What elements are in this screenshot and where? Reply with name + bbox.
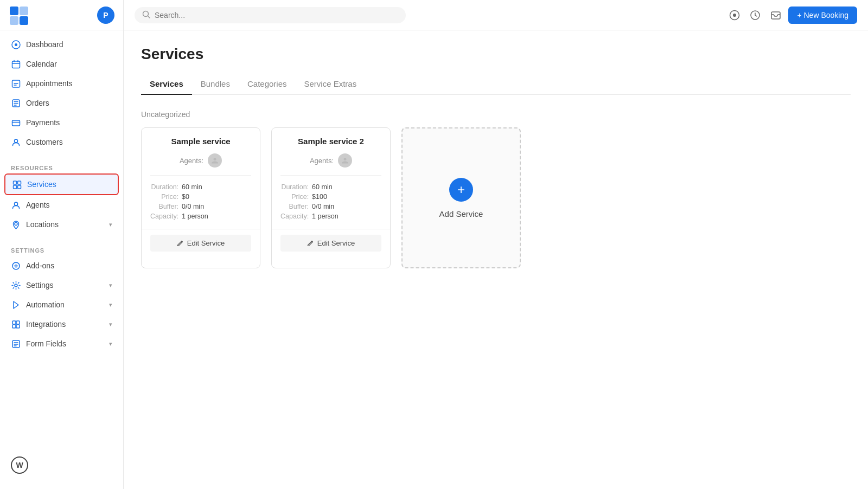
- main-nav: Dashboard Calendar Appointments Orders P…: [0, 30, 123, 156]
- settings-icon: [11, 280, 21, 290]
- app-logo: [9, 5, 28, 25]
- service-name: Sample service 2: [280, 137, 381, 146]
- detail-value: 60 min: [312, 183, 381, 191]
- svg-rect-20: [12, 321, 16, 324]
- detail-value: 1 person: [312, 213, 381, 220]
- sidebar-item-label: Calendar: [26, 60, 112, 68]
- customers-icon: [11, 137, 21, 147]
- sidebar-item-label: Appointments: [26, 79, 112, 88]
- svg-point-5: [15, 43, 17, 46]
- detail-label: Capacity:: [150, 213, 178, 220]
- topbar: + New Booking: [124, 0, 868, 30]
- agents-label: Agents:: [310, 157, 334, 165]
- chevron-down-icon: ▾: [109, 340, 112, 348]
- svg-point-25: [143, 11, 149, 16]
- services-grid: Sample service Agents: Duration: 60 min …: [141, 127, 851, 268]
- search-input[interactable]: [155, 11, 398, 20]
- svg-rect-12: [17, 181, 21, 184]
- tab-service-extras[interactable]: Service Extras: [296, 74, 366, 95]
- sidebar-item-label: Automation: [26, 300, 104, 309]
- formfields-icon: [11, 339, 21, 349]
- agents-row: Agents:: [150, 153, 251, 176]
- svg-rect-14: [17, 185, 21, 189]
- svg-rect-29: [771, 12, 780, 19]
- add-service-card[interactable]: + Add Service: [401, 127, 521, 268]
- chevron-down-icon: ▾: [109, 282, 112, 289]
- service-card-body: Sample service Agents: Duration: 60 min …: [142, 128, 260, 229]
- main-area: + New Booking Services Services Bundles …: [124, 0, 868, 489]
- edit-service-button[interactable]: Edit Service: [150, 235, 251, 252]
- sidebar-item-settings[interactable]: Settings ▾: [0, 275, 123, 295]
- service-card: Sample service Agents: Duration: 60 min …: [141, 127, 260, 268]
- detail-value: $0: [182, 193, 251, 201]
- sidebar-item-locations[interactable]: Locations ▾: [0, 215, 123, 234]
- chevron-down-icon: ▾: [109, 221, 112, 228]
- svg-rect-0: [10, 7, 18, 15]
- svg-point-31: [344, 158, 347, 160]
- sidebar-item-dashboard[interactable]: Dashboard: [0, 35, 123, 54]
- sidebar-item-addons[interactable]: Add-ons: [0, 256, 123, 275]
- sidebar-item-services[interactable]: Services: [4, 173, 119, 195]
- tab-services[interactable]: Services: [141, 74, 192, 95]
- notifications-icon[interactable]: [729, 9, 741, 21]
- sidebar-item-customers[interactable]: Customers: [0, 132, 123, 152]
- dashboard-icon: [11, 40, 21, 49]
- sidebar-item-label: Add-ons: [26, 261, 112, 270]
- sidebar-item-label: Orders: [26, 99, 112, 107]
- agent-avatar: [338, 153, 352, 168]
- svg-point-30: [214, 158, 216, 160]
- resources-label: Resources: [0, 160, 123, 173]
- sidebar-item-appointments[interactable]: Appointments: [0, 74, 123, 93]
- sidebar-item-label: Locations: [26, 220, 104, 229]
- edit-icon: [307, 240, 314, 247]
- sidebar-item-label: Form Fields: [26, 339, 104, 348]
- detail-value: 0/0 min: [312, 203, 381, 210]
- chevron-down-icon: ▾: [109, 301, 112, 308]
- svg-marker-19: [14, 301, 18, 308]
- sidebar-item-payments[interactable]: Payments: [0, 113, 123, 132]
- detail-label: Duration:: [150, 183, 178, 191]
- history-icon[interactable]: [749, 9, 761, 21]
- svg-rect-1: [20, 7, 28, 15]
- sidebar-item-agents[interactable]: Agents: [0, 195, 123, 215]
- sidebar-item-label: Services: [27, 180, 111, 189]
- sidebar-item-calendar[interactable]: Calendar: [0, 54, 123, 74]
- sidebar-item-label: Settings: [26, 281, 104, 289]
- detail-value: $100: [312, 193, 381, 201]
- addons-icon: [11, 261, 21, 271]
- agents-icon: [11, 200, 21, 210]
- svg-point-15: [14, 202, 17, 205]
- add-circle: +: [449, 178, 473, 202]
- wordpress-icon[interactable]: W: [11, 456, 28, 474]
- services-icon: [12, 179, 22, 189]
- new-booking-button[interactable]: + New Booking: [788, 7, 857, 24]
- svg-point-16: [15, 222, 17, 225]
- sidebar-item-automation[interactable]: Automation ▾: [0, 295, 123, 314]
- sidebar-item-formfields[interactable]: Form Fields ▾: [0, 334, 123, 353]
- search-icon: [142, 10, 150, 20]
- sidebar-item-orders[interactable]: Orders: [0, 93, 123, 113]
- category-label: Uncategorized: [141, 110, 851, 119]
- detail-label: Buffer:: [280, 203, 309, 210]
- svg-rect-13: [13, 185, 16, 189]
- settings-label: Settings: [0, 243, 123, 256]
- inbox-icon[interactable]: [770, 9, 782, 21]
- detail-value: 60 min: [182, 183, 251, 191]
- agents-label: Agents:: [180, 157, 203, 165]
- sidebar: P Dashboard Calendar Appointments Order: [0, 0, 124, 489]
- agent-avatar: [208, 153, 222, 168]
- automation-icon: [11, 300, 21, 310]
- page-title: Services: [141, 46, 851, 63]
- svg-point-18: [15, 284, 17, 287]
- edit-service-button[interactable]: Edit Service: [280, 235, 381, 252]
- svg-rect-2: [10, 16, 18, 25]
- sidebar-item-integrations[interactable]: Integrations ▾: [0, 314, 123, 334]
- calendar-icon: [11, 59, 21, 69]
- tab-bundles[interactable]: Bundles: [192, 74, 239, 95]
- search-bar[interactable]: [135, 7, 406, 23]
- user-avatar[interactable]: P: [97, 7, 114, 24]
- svg-point-10: [14, 139, 17, 143]
- svg-rect-11: [13, 181, 16, 184]
- tab-categories[interactable]: Categories: [239, 74, 296, 95]
- tabs-bar: Services Bundles Categories Service Extr…: [141, 74, 851, 95]
